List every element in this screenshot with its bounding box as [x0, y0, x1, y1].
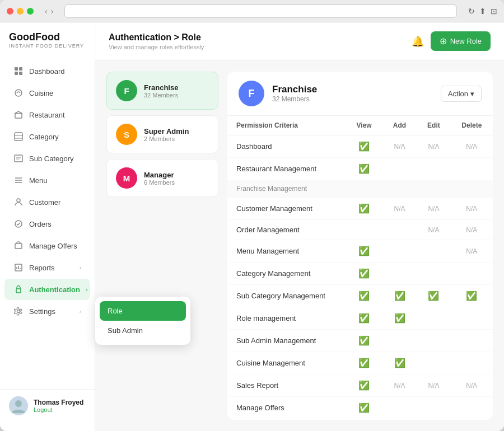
- manager-members: 6 Members: [144, 179, 175, 186]
- sidebar-item-menu[interactable]: Menu: [4, 170, 90, 191]
- plus-icon: ⊕: [440, 36, 447, 46]
- submenu-item-sub-admin[interactable]: Sub Admin: [100, 321, 186, 340]
- roles-list: F Franchise 32 Members S Super Admin 2 M…: [106, 72, 218, 420]
- sidebar-item-authentication[interactable]: Authentication ›: [4, 279, 90, 300]
- criteria-cell: Cuisine Management: [227, 352, 346, 374]
- authentication-icon: [13, 284, 24, 294]
- table-row: Sub Category Management ✅ ✅ ✅ ✅: [227, 285, 493, 307]
- submenu-item-role[interactable]: Role: [100, 301, 186, 321]
- view-cell: ✅: [346, 352, 382, 374]
- forward-button[interactable]: ›: [51, 7, 54, 16]
- manager-name: Manager: [144, 171, 175, 179]
- dashboard-icon: [13, 66, 24, 76]
- view-cell: ✅: [346, 330, 382, 352]
- criteria-cell: Menu Management: [227, 240, 346, 263]
- add-cell: [382, 263, 417, 285]
- delete-cell: N/A: [451, 198, 493, 220]
- delete-cell: [451, 397, 493, 419]
- notification-button[interactable]: 🔔: [412, 35, 424, 48]
- sidebar-item-orders[interactable]: Orders: [4, 213, 90, 235]
- franchise-name: Franchise: [144, 83, 178, 92]
- maximize-button[interactable]: [27, 8, 34, 15]
- delete-cell: N/A: [451, 135, 493, 158]
- svg-rect-17: [15, 243, 22, 249]
- sidebar-item-reports[interactable]: Reports ›: [4, 257, 90, 278]
- role-card-franchise[interactable]: F Franchise 32 Members: [106, 72, 218, 110]
- view-cell: ✅: [346, 263, 382, 285]
- logout-link[interactable]: Logout: [34, 406, 86, 413]
- action-button[interactable]: Action ▾: [441, 86, 482, 102]
- table-row: Customer Management ✅ N/A N/A N/A: [227, 198, 493, 220]
- header-actions: 🔔 ⊕ New Role: [412, 31, 491, 51]
- na-value: N/A: [466, 205, 477, 213]
- view-cell: ✅: [346, 285, 382, 307]
- permissions-grid: Permission Criteria View Add Edit Delete…: [227, 116, 493, 420]
- criteria-cell: Restaurant Management: [227, 158, 346, 180]
- role-card-super-admin[interactable]: S Super Admin 2 Members: [106, 115, 218, 153]
- title-bar: ‹ › ↻ ⬆ ⊡: [0, 0, 504, 22]
- role-detail-text: Franchise 32 Members: [272, 84, 317, 103]
- back-button[interactable]: ‹: [45, 7, 48, 16]
- check-icon: ✅: [428, 291, 439, 301]
- sidebar-item-cuisine[interactable]: Cuisine: [4, 82, 90, 104]
- na-value: N/A: [428, 205, 439, 213]
- close-button[interactable]: [7, 8, 13, 15]
- check-icon: ✅: [394, 358, 405, 368]
- view-cell: [346, 220, 382, 240]
- view-cell: ✅: [346, 374, 382, 397]
- super-admin-name: Super Admin: [144, 127, 189, 135]
- col-add: Add: [382, 116, 417, 135]
- title-bar-actions: ↻ ⬆ ⊡: [468, 7, 497, 16]
- check-icon: ✅: [358, 163, 370, 174]
- sidebar-item-settings[interactable]: Settings ›: [4, 301, 90, 322]
- edit-cell: N/A: [417, 135, 451, 158]
- sidebar-item-restaurant[interactable]: Restaurant: [4, 104, 90, 125]
- sidebar-item-customer[interactable]: Customer: [4, 191, 90, 213]
- new-role-button[interactable]: ⊕ New Role: [431, 31, 491, 51]
- table-row: Category Management ✅: [227, 263, 493, 285]
- fullscreen-icon[interactable]: ⊡: [491, 7, 497, 16]
- super-admin-info: Super Admin 2 Members: [144, 127, 189, 142]
- url-bar[interactable]: [64, 4, 457, 18]
- sidebar-label-sub-category: Sub Category: [29, 154, 74, 163]
- avatar: [9, 396, 28, 415]
- check-icon: ✅: [358, 380, 370, 391]
- user-name: Thomas Froyed: [34, 399, 86, 406]
- edit-cell: N/A: [417, 198, 451, 220]
- breadcrumb: Authentication > Role: [109, 32, 204, 43]
- criteria-cell: Sales Report: [227, 374, 346, 397]
- minimize-button[interactable]: [17, 8, 24, 15]
- add-cell: [382, 419, 417, 420]
- sidebar-item-manage-offers[interactable]: Manage Offers: [4, 235, 90, 256]
- edit-cell: N/A: [417, 419, 451, 420]
- sidebar-label-menu: Menu: [29, 176, 48, 185]
- breadcrumb-area: Authentication > Role View and manage ro…: [109, 32, 204, 50]
- edit-cell: [417, 330, 451, 352]
- submenu-popup: Role Sub Admin: [95, 297, 190, 345]
- table-row: Restaurant Management ✅: [227, 158, 493, 180]
- check-icon: ✅: [466, 291, 477, 301]
- view-cell: ✅: [346, 307, 382, 330]
- check-icon: ✅: [358, 335, 370, 346]
- check-icon: ✅: [358, 246, 370, 256]
- check-icon: ✅: [394, 313, 405, 324]
- role-detail-name: Franchise: [272, 84, 317, 95]
- sidebar-label-authentication: Authentication: [29, 285, 80, 294]
- na-value: N/A: [466, 143, 477, 151]
- role-card-manager[interactable]: M Manager 6 Members: [106, 159, 218, 197]
- na-value: N/A: [394, 382, 405, 390]
- sidebar-item-dashboard[interactable]: Dashboard: [4, 60, 90, 82]
- sidebar-item-category[interactable]: Category: [4, 126, 90, 147]
- add-cell: [382, 158, 417, 180]
- super-admin-avatar: S: [116, 124, 137, 145]
- share-icon[interactable]: ⬆: [479, 7, 486, 16]
- table-row: Sub Admin Management ✅: [227, 330, 493, 352]
- edit-cell: [417, 263, 451, 285]
- view-cell: ✅: [346, 135, 382, 158]
- sidebar-item-sub-category[interactable]: Sub Category: [4, 148, 90, 169]
- refresh-icon[interactable]: ↻: [468, 7, 475, 16]
- main-content: Authentication > Role View and manage ro…: [95, 22, 504, 431]
- col-criteria: Permission Criteria: [227, 116, 346, 135]
- table-row: Sales Report ✅ N/A N/A N/A: [227, 374, 493, 397]
- svg-rect-6: [15, 133, 22, 140]
